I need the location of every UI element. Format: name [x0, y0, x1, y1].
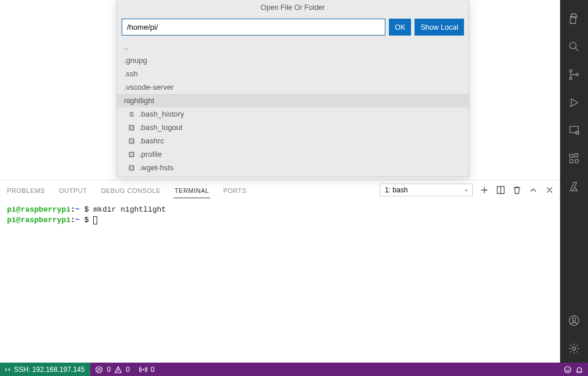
panel-tab-debug-console[interactable]: DEBUG CONSOLE: [100, 182, 161, 198]
terminal-selector[interactable]: 1: bash: [380, 184, 473, 196]
bell-icon[interactable]: [575, 366, 583, 374]
file-icon: [127, 150, 136, 159]
warning-icon: [114, 366, 122, 374]
file-item[interactable]: .profile: [117, 147, 469, 161]
new-terminal-button[interactable]: [480, 185, 489, 195]
account-icon[interactable]: [560, 307, 588, 335]
svg-rect-13: [570, 160, 573, 163]
remote-host-status[interactable]: SSH: 192.168.197.145: [0, 363, 90, 376]
svg-rect-12: [570, 154, 573, 158]
source-control-icon[interactable]: [560, 61, 588, 89]
folder-item[interactable]: nightlight: [117, 94, 469, 107]
ports-count: 0: [151, 366, 155, 374]
terminal-body[interactable]: pi@raspberrypi:~ $ mkdir nightlightpi@ra…: [0, 200, 560, 363]
activity-bar: [560, 0, 588, 363]
file-name: .bash_logout: [139, 123, 182, 132]
azure-icon[interactable]: [560, 173, 588, 201]
warning-count: 0: [126, 366, 130, 374]
svg-rect-15: [575, 154, 578, 157]
dialog-title: Open File Or Folder: [117, 0, 469, 15]
folder-item[interactable]: ..: [117, 40, 469, 54]
problems-status[interactable]: 0 0: [90, 366, 134, 374]
editor-area: Open File Or Folder OK Show Local ...gnu…: [0, 0, 560, 180]
svg-point-21: [565, 366, 571, 373]
panel-tab-output[interactable]: OUTPUT: [58, 182, 88, 198]
svg-point-5: [570, 43, 576, 49]
ok-button[interactable]: OK: [389, 19, 411, 36]
open-file-dialog: Open File Or Folder OK Show Local ...gnu…: [116, 0, 469, 177]
file-item[interactable]: .wget-hsts: [117, 161, 469, 174]
broadcast-icon: [139, 366, 147, 374]
bottom-panel: PROBLEMSOUTPUTDEBUG CONSOLETERMINALPORTS…: [0, 180, 560, 363]
file-item[interactable]: .bash_logout: [117, 121, 469, 134]
remote-host-label: SSH: 192.168.197.145: [14, 366, 84, 374]
file-list: ...gnupg.ssh.vscode-servernightlight.bas…: [117, 40, 469, 177]
extensions-icon[interactable]: [560, 145, 588, 173]
terminal-line: pi@raspberrypi:~ $: [7, 215, 553, 226]
file-icon: [127, 137, 136, 145]
split-terminal-button[interactable]: [496, 185, 505, 195]
file-name: .wget-hsts: [139, 163, 173, 172]
file-item[interactable]: .bash_history: [117, 107, 469, 121]
file-icon: [127, 164, 136, 172]
status-bar: SSH: 192.168.197.145 0 0 0: [0, 363, 588, 376]
svg-point-9: [569, 106, 571, 107]
file-item[interactable]: .bashrc: [117, 134, 469, 147]
panel-tab-terminal[interactable]: TERMINAL: [173, 182, 211, 198]
settings-gear-icon[interactable]: [560, 335, 588, 363]
file-icon: [127, 124, 136, 132]
file-name: .bashrc: [139, 136, 164, 145]
terminal-line: pi@raspberrypi:~ $ mkdir nightlight: [7, 205, 553, 215]
file-name: .profile: [139, 150, 162, 159]
debug-icon[interactable]: [560, 89, 588, 117]
svg-point-18: [572, 347, 576, 350]
error-icon: [95, 366, 103, 374]
search-icon[interactable]: [560, 33, 588, 61]
path-input[interactable]: [122, 19, 385, 36]
show-local-button[interactable]: Show Local: [415, 19, 464, 36]
svg-point-17: [572, 318, 576, 321]
remote-explorer-icon[interactable]: [560, 117, 588, 145]
files-icon[interactable]: [560, 5, 588, 33]
folder-item[interactable]: .gnupg: [117, 54, 469, 67]
svg-rect-14: [575, 160, 579, 163]
file-icon: [127, 110, 136, 118]
remote-icon: [3, 366, 12, 374]
error-count: 0: [107, 366, 111, 374]
feedback-icon[interactable]: [564, 366, 572, 374]
close-panel-button[interactable]: [545, 185, 554, 195]
kill-terminal-button[interactable]: [512, 185, 522, 195]
folder-item[interactable]: .vscode-server: [117, 80, 469, 94]
maximize-panel-button[interactable]: [529, 185, 538, 195]
panel-tab-problems[interactable]: PROBLEMS: [6, 182, 46, 198]
svg-point-20: [143, 368, 144, 370]
file-name: .bash_history: [139, 110, 184, 118]
folder-item[interactable]: .ssh: [117, 67, 469, 80]
svg-rect-10: [570, 126, 579, 133]
ports-status[interactable]: 0: [134, 366, 160, 374]
panel-tab-ports[interactable]: PORTS: [222, 182, 247, 198]
